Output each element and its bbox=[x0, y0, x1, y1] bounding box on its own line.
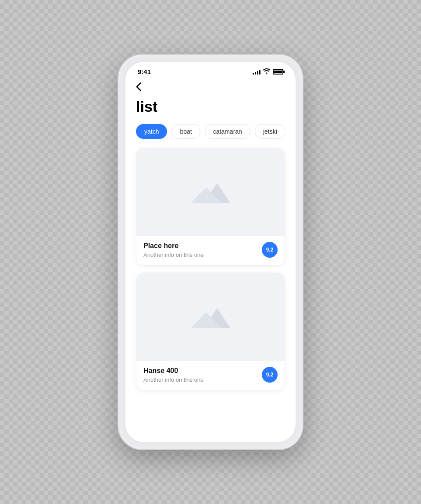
battery-icon bbox=[273, 69, 283, 75]
back-button[interactable] bbox=[136, 82, 141, 94]
phone-frame: 9:41 bbox=[118, 55, 303, 449]
card-image bbox=[136, 273, 285, 361]
rating-badge: 9.2 bbox=[262, 367, 278, 383]
rating-badge: 9.2 bbox=[262, 242, 278, 258]
card-text: Place here Another info on this one bbox=[143, 242, 262, 258]
wifi-icon bbox=[263, 68, 270, 75]
page-content: list yatch boat catamaran jetski c bbox=[125, 79, 296, 442]
card-title: Place here bbox=[143, 242, 262, 250]
placeholder-image-icon bbox=[184, 174, 237, 209]
status-bar: 9:41 bbox=[125, 62, 296, 79]
card-info: Place here Another info on this one 9.2 bbox=[136, 236, 285, 265]
list-item[interactable]: Hanse 400 Another info on this one 9.2 bbox=[136, 273, 285, 390]
card-subtitle: Another info on this one bbox=[143, 376, 262, 383]
placeholder-image-icon bbox=[184, 299, 237, 334]
card-subtitle: Another info on this one bbox=[143, 252, 262, 258]
card-info: Hanse 400 Another info on this one 9.2 bbox=[136, 361, 285, 390]
filter-chip-jetski[interactable]: jetski bbox=[255, 124, 285, 139]
card-text: Hanse 400 Another info on this one bbox=[143, 367, 262, 383]
list-item[interactable]: Place here Another info on this one 9.2 bbox=[136, 148, 285, 266]
filter-chip-yatch[interactable]: yatch bbox=[136, 124, 167, 139]
card-image bbox=[136, 148, 285, 236]
page-title: list bbox=[136, 98, 285, 115]
filter-chip-catamaran[interactable]: catamaran bbox=[205, 124, 250, 139]
filter-row: yatch boat catamaran jetski c bbox=[136, 124, 285, 139]
phone-screen: 9:41 bbox=[125, 62, 296, 442]
filter-chip-boat[interactable]: boat bbox=[171, 124, 200, 139]
card-title: Hanse 400 bbox=[143, 367, 262, 375]
status-time: 9:41 bbox=[138, 68, 151, 75]
status-icons bbox=[253, 68, 283, 75]
signal-icon bbox=[253, 69, 260, 75]
